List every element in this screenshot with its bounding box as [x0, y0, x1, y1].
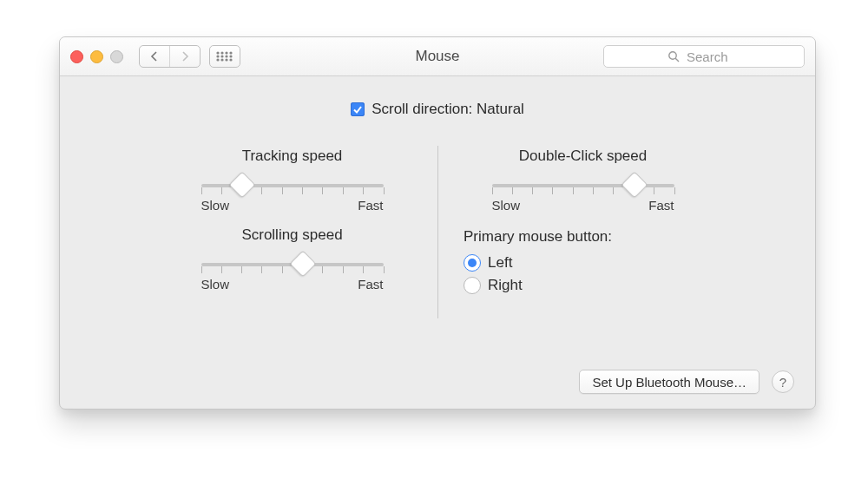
doubleclick-speed-label: Double-Click speed [519, 147, 647, 165]
footer: Set Up Bluetooth Mouse… ? [60, 355, 815, 409]
grid-icon [215, 50, 234, 62]
search-field[interactable] [603, 45, 805, 68]
setup-bluetooth-mouse-label: Set Up Bluetooth Mouse… [592, 375, 746, 390]
primary-mouse-button-label: Primary mouse button: [464, 228, 612, 246]
scrolling-max-label: Fast [358, 277, 383, 292]
nav-segment [139, 45, 201, 68]
column-divider [437, 146, 438, 318]
svg-point-4 [216, 55, 219, 57]
tracking-speed-group: Tracking speed Slow Fast [193, 147, 392, 213]
doubleclick-speed-range-labels: Slow Fast [492, 198, 674, 213]
tracking-speed-slider[interactable] [201, 175, 384, 194]
primary-right-radio[interactable] [464, 277, 481, 294]
setup-bluetooth-mouse-button[interactable]: Set Up Bluetooth Mouse… [579, 370, 760, 394]
primary-right-row[interactable]: Right [464, 277, 612, 294]
tracking-speed-label: Tracking speed [242, 147, 343, 165]
doubleclick-speed-group: Double-Click speed Slow Fast [483, 147, 683, 213]
tracking-min-label: Slow [201, 198, 230, 213]
primary-right-label: Right [488, 277, 523, 294]
scrolling-speed-group: Scrolling speed Slow Fast [193, 226, 392, 292]
scroll-direction-checkbox[interactable] [351, 102, 365, 116]
svg-point-12 [669, 52, 676, 59]
help-button[interactable]: ? [772, 370, 794, 393]
right-column: Double-Click speed Slow Fast Primary mou… [437, 134, 728, 331]
chevron-right-icon [181, 51, 189, 62]
scrolling-speed-range-labels: Slow Fast [201, 277, 384, 292]
scroll-direction-label: Scroll direction: Natural [372, 101, 524, 118]
close-button[interactable] [70, 50, 83, 63]
settings-columns: Tracking speed Slow Fast Scrolling speed [147, 134, 728, 331]
svg-point-2 [225, 51, 227, 54]
show-all-button[interactable] [209, 45, 240, 68]
window-controls [70, 50, 123, 63]
chevron-left-icon [150, 51, 159, 62]
toolbar: Mouse [60, 37, 815, 76]
search-icon [667, 50, 680, 62]
left-column: Tracking speed Slow Fast Scrolling speed [147, 134, 437, 331]
primary-left-radio[interactable] [464, 254, 481, 272]
doubleclick-max-label: Fast [648, 198, 674, 213]
forward-button [169, 46, 200, 67]
svg-point-3 [229, 51, 232, 54]
svg-point-11 [229, 58, 232, 61]
primary-mouse-button-group: Primary mouse button: Left Right [464, 228, 612, 294]
tracking-max-label: Fast [358, 198, 383, 213]
svg-point-9 [220, 58, 223, 61]
svg-point-1 [220, 51, 223, 54]
primary-left-label: Left [488, 254, 512, 272]
zoom-button [110, 50, 123, 63]
svg-point-8 [216, 58, 219, 61]
scrolling-min-label: Slow [201, 277, 230, 292]
scrolling-speed-slider[interactable] [201, 254, 384, 273]
svg-point-5 [220, 55, 223, 57]
question-icon: ? [779, 375, 786, 390]
svg-point-0 [216, 51, 219, 54]
tracking-speed-range-labels: Slow Fast [201, 198, 384, 213]
content-area: Scroll direction: Natural Tracking speed… [60, 76, 815, 409]
preferences-window: Mouse Scroll direction: Natural Tracking… [59, 36, 816, 410]
primary-left-row[interactable]: Left [464, 254, 612, 272]
doubleclick-min-label: Slow [492, 198, 521, 213]
svg-point-6 [225, 55, 227, 57]
svg-line-13 [675, 58, 679, 62]
doubleclick-speed-slider[interactable] [492, 175, 674, 194]
scroll-direction-row: Scroll direction: Natural [60, 101, 815, 118]
svg-point-7 [229, 55, 232, 57]
svg-point-10 [225, 58, 227, 61]
scrolling-speed-label: Scrolling speed [241, 226, 342, 244]
search-input[interactable] [685, 49, 740, 65]
back-button[interactable] [140, 46, 169, 67]
minimize-button[interactable] [90, 50, 103, 63]
checkmark-icon [352, 104, 363, 115]
